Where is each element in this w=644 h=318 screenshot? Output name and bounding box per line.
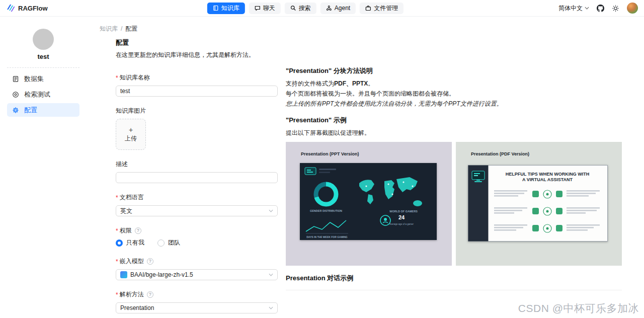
docs-divider [286,290,622,290]
briefcase-icon [365,5,371,11]
chevron-down-icon [269,306,273,309]
breadcrumb: 知识库/配置 [100,25,622,33]
nav-knowledge-base-label: 知识库 [221,4,239,13]
ppt-slide-preview: GENDER DISTRIBUTION [300,163,437,240]
nav-chat-label: 聊天 [263,4,275,13]
help-icon[interactable]: ? [147,291,153,298]
help-icon[interactable]: ? [147,258,153,265]
breadcrumb-separator: / [121,25,122,32]
chevron-down-icon [585,7,589,10]
doc-language-value: 英文 [120,207,132,215]
sidebar-item-retrieval-test-label: 检索测试 [24,90,50,99]
pdf-slide-preview: HELPFUL TIPS WHEN WORKING WITH A VIRTUAL… [468,165,608,242]
sidebar-divider [7,67,79,68]
sidebar-item-config-label: 配置 [24,106,37,115]
radio-unchecked-icon [157,240,165,247]
upload-label: 上传 [125,134,137,143]
example-image-ppt: Presentation (PPT Version) GENDER DISTRI… [286,142,452,266]
nav-search-label: 搜索 [299,4,311,13]
sidebar-nav: 数据集 检索测试 配置 [0,72,87,117]
brand[interactable]: RAGFlow [6,4,48,13]
chat-icon [255,5,261,11]
permission-team-label: 团队 [168,238,180,247]
pdf-slide-title-line2: A VIRTUAL ASSISTANT [522,177,573,182]
sidebar-item-config[interactable]: 配置 [7,103,79,117]
watermark: CSDN @中杯可乐多加冰 [518,301,639,315]
header-right: 简体中文 [558,3,638,14]
plus-icon: + [129,126,133,133]
chevron-down-icon [269,209,273,212]
method-docs: "Presentation" 分块方法说明 支持的文件格式为PDF、PPTX。 … [286,34,622,318]
main-content: 知识库/配置 配置 在这里更新您的知识库详细信息，尤其是解析方法。 * 知识库名… [87,17,644,317]
nav-agent[interactable]: Agent [320,3,356,14]
method-description-title: "Presentation" 分块方法说明 [286,66,622,75]
breadcrumb-config: 配置 [125,25,137,32]
nav-file-management[interactable]: 文件管理 [360,3,404,14]
sidebar: test 数据集 检索测试 配置 [0,17,87,317]
theme-toggle-icon[interactable] [612,5,619,12]
permission-only-me-radio[interactable]: 只有我 [116,238,144,247]
description-input[interactable] [116,172,278,183]
permission-radio-group: 只有我 团队 [116,238,278,247]
line-chart-label: DAYS IN THE WEEK FOR GAMING [306,235,348,238]
doc-language-select[interactable]: 英文 [116,205,278,216]
parser-method-select[interactable]: Presentation [116,302,278,313]
required-marker: * [116,74,118,82]
required-marker: * [116,227,118,234]
example-screenshots: Presentation (PPT Version) GENDER DISTRI… [286,142,622,266]
kb-name-label: 知识库名称 [120,73,150,82]
example-caption-pdf: Presentation (PDF Version) [471,151,529,156]
age-value: 24 [398,214,405,220]
permission-only-me-label: 只有我 [126,238,144,247]
breadcrumb-knowledge-base[interactable]: 知识库 [100,25,118,32]
config-form: 配置 在这里更新您的知识库详细信息，尤其是解析方法。 * 知识库名称 知识库图片… [116,34,278,318]
nav-search[interactable]: 搜索 [285,3,316,14]
method-line-3: 您上传的所有PPT文件都会使用此方法自动分块，无需为每个PPT文件进行设置。 [286,100,622,108]
embedding-model-value: BAAI/bge-large-zh-v1.5 [130,271,193,278]
nav-knowledge-base[interactable]: 知识库 [207,3,245,14]
permission-team-radio[interactable]: 团队 [157,238,180,247]
donut-label: GENDER DISTRIBUTION [310,209,342,212]
sidebar-item-dataset-label: 数据集 [24,74,44,84]
language-label: 简体中文 [558,4,583,13]
parser-method-value: Presentation [120,304,154,311]
nav-chat[interactable]: 聊天 [249,3,281,14]
map-label: WORLD OF GAMERS [389,210,418,213]
page-title: 配置 [116,38,278,47]
kb-avatar [33,29,54,50]
radio-checked-icon [116,240,123,247]
pdf-slide-title-line1: HELPFUL TIPS WHEN WORKING WITH [506,172,589,177]
sidebar-item-dataset[interactable]: 数据集 [7,72,79,86]
doc-language-label: 文档语言 [120,193,144,202]
description-label: 描述 [116,160,128,169]
required-marker: * [116,291,118,298]
model-provider-icon [120,271,127,278]
target-icon [12,91,19,98]
page-subtitle: 在这里更新您的知识库详细信息，尤其是解析方法。 [116,51,278,59]
embedding-model-select[interactable]: BAAI/bge-large-zh-v1.5 [116,269,278,280]
user-avatar[interactable] [627,3,638,14]
sidebar-item-retrieval-test[interactable]: 检索测试 [7,88,79,101]
agent-icon [326,5,332,11]
nav-agent-label: Agent [335,5,350,12]
top-bar: RAGFlow 知识库 聊天 搜索 Agent [0,0,644,17]
example-caption-ppt: Presentation (PPT Version) [301,151,359,156]
github-icon[interactable] [597,5,604,12]
kb-image-label: 知识库图片 [116,107,146,115]
method-line-2: 每个页面都将被视为一块。并且每个页面的缩略图都会被存储。 [286,90,622,98]
kb-name-input[interactable] [116,86,278,97]
example-hint: 提出以下屏幕截图以促进理解。 [286,129,622,137]
main-nav: 知识库 聊天 搜索 Agent 文件管理 [207,3,404,14]
parser-method-label: 解析方法 [120,290,144,299]
image-upload-box[interactable]: + 上传 [116,119,146,150]
help-icon[interactable]: ? [135,227,141,234]
age-label: Average age of a gamer [389,223,414,225]
kb-name: test [0,53,87,60]
gear-icon [12,107,19,114]
search-icon [290,5,296,11]
required-marker: * [116,194,118,201]
language-selector[interactable]: 简体中文 [558,4,589,13]
example-title: "Presentation" 示例 [286,116,622,125]
brand-name: RAGFlow [18,5,48,12]
nav-file-management-label: 文件管理 [374,4,398,13]
